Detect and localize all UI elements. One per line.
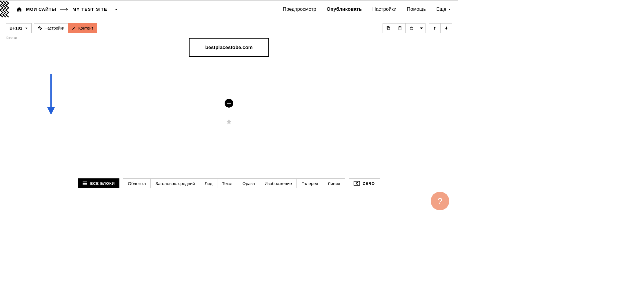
block-content-button[interactable]: Контент [68,23,97,33]
move-up-button[interactable] [429,23,441,33]
add-block-button[interactable] [225,99,233,108]
delete-button[interactable] [394,23,406,33]
copy-icon [386,26,391,30]
nav-more-label: Еще [436,6,446,12]
help-bubble-label: ? [438,196,443,206]
block-id-label: BF101 [10,26,23,30]
visibility-button[interactable] [406,23,417,33]
nav-more[interactable]: Еще [436,6,451,12]
arrow-up-icon [432,26,437,30]
zero-block-button[interactable]: ZERO [349,178,380,188]
logo-zigzag-icon [0,0,9,18]
chevron-down-icon [419,26,424,30]
home-icon[interactable] [16,6,22,12]
block-type-lead[interactable]: Лид [200,178,217,188]
svg-rect-2 [387,27,389,29]
block-type-phrase[interactable]: Фраза [238,178,260,188]
block-type-line[interactable]: Линия [323,178,345,188]
pencil-icon [72,26,76,30]
block-type-group: Обложка Заголовок: средний Лид Текст Фра… [123,178,345,188]
trash-icon [398,26,402,30]
breadcrumb: МОИ САЙТЫ MY TEST SITE [16,6,118,12]
canvas: bestplacestobe.com [0,38,458,126]
top-nav: Предпросмотр Опубликовать Настройки Помо… [283,6,451,12]
nav-preview[interactable]: Предпросмотр [283,6,316,12]
chevron-down-icon[interactable] [114,7,118,11]
move-down-button[interactable] [441,23,452,33]
top-bar: МОИ САЙТЫ MY TEST SITE Предпросмотр Опуб… [0,0,458,18]
favorite-star[interactable] [0,118,458,126]
block-toolbar-right [383,23,452,33]
nav-publish[interactable]: Опубликовать [327,6,362,12]
star-icon [226,118,232,125]
power-icon [409,26,414,30]
block-content-label: Контент [78,26,93,30]
site-button-label: bestplacestobe.com [205,45,252,50]
plus-icon [227,101,231,105]
menu-icon [83,181,87,185]
site-button-element[interactable]: bestplacestobe.com [189,38,269,57]
block-settings-button[interactable]: Настройки [34,23,68,33]
svg-rect-1 [388,27,390,30]
arrow-right-icon [60,8,68,11]
gear-icon [38,26,42,30]
breadcrumb-my-sites[interactable]: МОИ САЙТЫ [26,7,56,12]
block-type-cover[interactable]: Обложка [123,178,151,188]
more-options-button[interactable] [417,23,425,33]
block-picker: ВСЕ БЛОКИ Обложка Заголовок: средний Лид… [0,178,458,188]
breadcrumb-site-name[interactable]: MY TEST SITE [72,7,107,12]
nav-settings[interactable]: Настройки [372,6,396,12]
arrow-down-icon [444,26,449,30]
block-type-image[interactable]: Изображение [260,178,297,188]
all-blocks-button[interactable]: ВСЕ БЛОКИ [78,178,119,188]
block-settings-label: Настройки [45,26,65,30]
block-type-text[interactable]: Текст [217,178,238,188]
chevron-down-icon [25,27,28,30]
duplicate-button[interactable] [383,23,394,33]
block-divider [0,103,458,103]
zero-label: ZERO [363,181,375,186]
zero-icon [354,181,360,186]
block-id-dropdown[interactable]: BF101 [6,23,32,33]
block-type-gallery[interactable]: Галерея [297,178,323,188]
chevron-down-icon [448,8,451,11]
nav-help[interactable]: Помощь [407,6,426,12]
block-toolbar: BF101 Настройки Контент Кнопка [0,18,458,40]
help-bubble-button[interactable]: ? [431,192,449,210]
all-blocks-label: ВСЕ БЛОКИ [90,181,115,186]
block-type-heading-medium[interactable]: Заголовок: средний [151,178,200,188]
block-toolbar-left: BF101 Настройки Контент [6,23,97,33]
